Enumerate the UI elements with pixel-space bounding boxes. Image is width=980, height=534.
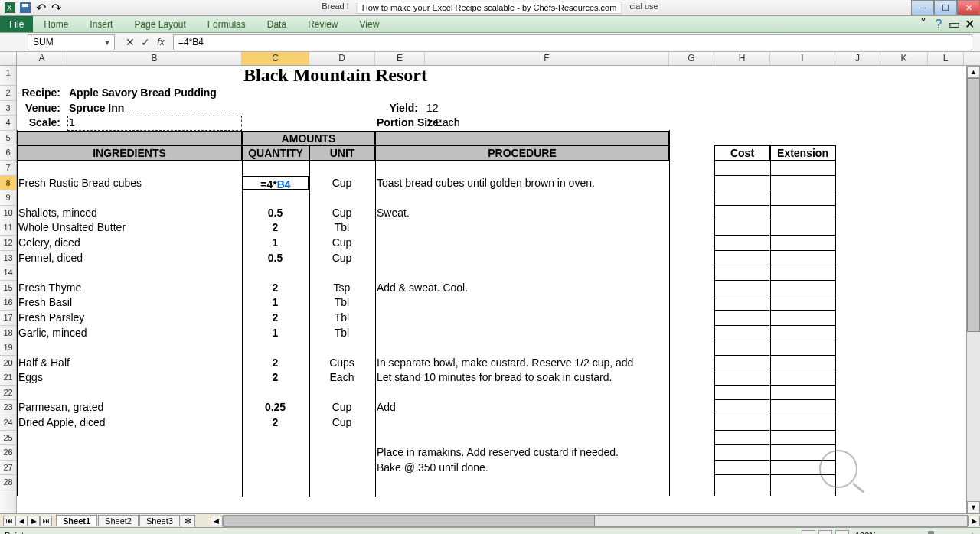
new-sheet-button[interactable]: ✻ [181,515,195,527]
row-header-26[interactable]: 26 [0,445,16,461]
venue-label[interactable]: Venue: [17,101,67,116]
unit-row-10[interactable]: Cup [309,206,375,221]
sheet-tab-2[interactable]: Sheet2 [98,515,139,526]
unit-row-15[interactable]: Tsp [309,281,375,296]
save-icon[interactable] [18,1,32,15]
unit-row-28[interactable] [309,475,375,490]
procedure-row-17[interactable] [375,311,669,326]
row-header-9[interactable]: 9 [0,190,16,206]
col-header-E[interactable]: E [375,52,425,65]
cost-row-24[interactable] [714,415,770,431]
qty-row-8[interactable]: =4*B4 [242,176,309,191]
ingredient-row-7[interactable] [17,161,242,176]
row-header-12[interactable]: 12 [0,236,16,251]
zoom-level[interactable]: 100% [852,531,880,535]
qty-row-28[interactable] [242,475,309,490]
ingredient-row-10[interactable]: Shallots, minced [17,206,242,221]
ingredient-row-8[interactable]: Fresh Rustic Bread cubes [17,176,242,191]
unit-row-17[interactable]: Tbl [309,311,375,326]
extension-row-7[interactable] [770,161,835,176]
row-header-24[interactable]: 24 [0,415,16,431]
ingredient-row-18[interactable]: Garlic, minced [17,326,242,341]
extension-row-11[interactable] [770,220,835,236]
hscroll-right-button[interactable]: ▶ [968,516,980,526]
hd-procedure[interactable]: PROCEDURE [375,145,669,161]
name-box-dropdown-icon[interactable]: ▼ [103,38,111,47]
scale-label[interactable]: Scale: [17,116,67,131]
yield-label[interactable]: Yield: [375,101,425,116]
extension-row-15[interactable] [770,281,835,296]
row-header-20[interactable]: 20 [0,356,16,371]
extension-row-22[interactable] [770,386,835,401]
extension-row-8[interactable] [770,176,835,191]
qty-row-24[interactable]: 2 [242,415,309,431]
sheet-first-button[interactable]: ⏮ [3,516,15,526]
qty-row-23[interactable]: 0.25 [242,400,309,415]
procedure-row-15[interactable]: Add & sweat. Cool. [375,281,669,296]
extension-row-13[interactable] [770,251,835,266]
procedure-row-9[interactable] [375,190,669,206]
extension-row-18[interactable] [770,326,835,341]
unit-row-11[interactable]: Tbl [309,220,375,236]
hd-amounts[interactable]: AMOUNTS [242,131,375,146]
ingredient-row-13[interactable]: Fennel, diced [17,251,242,266]
hd-procedure-top[interactable] [375,131,669,146]
procedure-row-16[interactable] [375,295,669,311]
select-all-corner[interactable] [0,52,17,65]
procedure-row-11[interactable] [375,220,669,236]
resort-title[interactable]: Black Mountain Resort [242,66,669,86]
hd-unit[interactable]: UNIT [309,145,375,161]
scale-value[interactable]: 1 [67,116,242,131]
unit-row-25[interactable] [309,431,375,446]
qty-row-22[interactable] [242,386,309,401]
procedure-row-26[interactable]: Place in ramakins. Add reserved custard … [375,445,669,461]
ingredient-row-11[interactable]: Whole Unsalted Butter [17,220,242,236]
qty-row-18[interactable]: 1 [242,326,309,341]
cost-row-27[interactable] [714,461,770,476]
procedure-row-23[interactable]: Add [375,400,669,415]
sheet-last-button[interactable]: ⏭ [40,516,52,526]
qty-row-13[interactable]: 0.5 [242,251,309,266]
procedure-row-24[interactable] [375,415,669,431]
row-header-23[interactable]: 23 [0,400,16,415]
hd-cost[interactable]: Cost [714,145,770,161]
extension-row-26[interactable] [770,445,835,461]
row-header-10[interactable]: 10 [0,206,16,221]
window-min-icon[interactable]: ▭ [948,18,960,31]
hd-extension[interactable]: Extension [770,145,835,161]
unit-row-19[interactable] [309,340,375,356]
sheet-next-button[interactable]: ▶ [28,516,40,526]
procedure-row-25[interactable] [375,431,669,446]
cost-row-23[interactable] [714,400,770,415]
cost-row-26[interactable] [714,445,770,461]
cost-row-15[interactable] [714,281,770,296]
horizontal-scrollbar[interactable]: ◀ ▶ [211,515,980,527]
unit-row-14[interactable] [309,265,375,281]
cost-row-22[interactable] [714,386,770,401]
col-header-A[interactable]: A [17,52,67,65]
hscroll-left-button[interactable]: ◀ [211,516,223,526]
cancel-button[interactable]: ✕ [122,34,138,50]
undo-icon[interactable]: ↶ [34,1,47,15]
formulas-tab[interactable]: Formulas [197,16,256,32]
procedure-row-27[interactable]: Bake @ 350 until done. [375,461,669,476]
help-icon[interactable]: ? [933,18,945,31]
extension-row-25[interactable] [770,431,835,446]
worksheet-grid[interactable]: Black Mountain Resort Recipe: Apple Savo… [17,66,980,513]
ingredient-row-14[interactable] [17,265,242,281]
unit-row-16[interactable]: Tbl [309,295,375,311]
cost-row-9[interactable] [714,190,770,206]
row-header-17[interactable]: 17 [0,311,16,326]
col-header-G[interactable]: G [669,52,714,65]
scroll-down-button[interactable]: ▼ [967,501,980,513]
unit-row-9[interactable] [309,190,375,206]
unit-row-7[interactable] [309,161,375,176]
redo-icon[interactable]: ↷ [49,1,63,15]
view-tab[interactable]: View [349,16,390,32]
row-header-14[interactable]: 14 [0,265,16,281]
insert-tab[interactable]: Insert [79,16,123,32]
cost-row-17[interactable] [714,311,770,326]
zoom-out-button[interactable]: − [883,531,887,535]
ingredient-row-22[interactable] [17,386,242,401]
procedure-row-19[interactable] [375,340,669,356]
